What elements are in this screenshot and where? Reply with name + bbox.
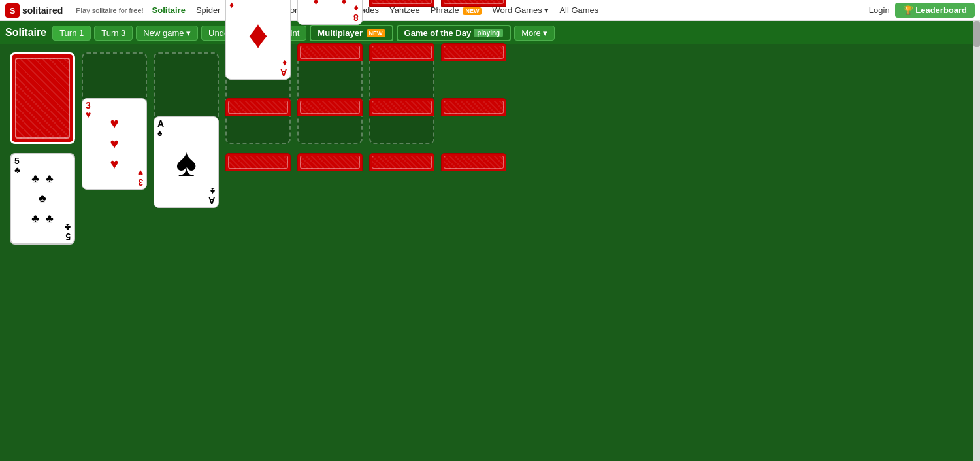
- card-back-5d: [369, 0, 434, 7]
- scrollbar[interactable]: [973, 21, 980, 461]
- multiplayer-button[interactable]: Multiplayer NEW: [310, 25, 393, 41]
- card-8-diamonds[interactable]: 8♦ 8♦ ♦ ♦ ♦ ♦ ♦ ♦ ♦ ♦: [297, 0, 363, 25]
- leaderboard-button[interactable]: 🏆 Leaderboard: [895, 3, 975, 18]
- logo[interactable]: S solitaired: [5, 3, 63, 18]
- nav-solitaire[interactable]: Solitaire: [148, 4, 190, 16]
- card-5-clubs[interactable]: 5♣ 5♣ ♣ ♣ ♣ ♣ ♣: [10, 153, 75, 245]
- nav-spider[interactable]: Spider: [191, 4, 225, 16]
- game-bar: Solitaire Turn 1 Turn 3 New game ▾ Undo …: [0, 21, 980, 44]
- card-pips: ♥ ♥ ♥: [82, 113, 146, 175]
- logo-icon: S: [5, 3, 20, 18]
- game-area: 5♣ 5♣ ♣ ♣ ♣ ♣ ♣ 3♥ 3♥ ♥ ♥ ♥: [0, 44, 980, 461]
- card-center: ♦: [248, 12, 269, 57]
- card-back-6b: [441, 98, 506, 116]
- card-rank-tl: A♠: [157, 119, 164, 137]
- logo-tagline: Play solitaire for free!: [76, 7, 143, 14]
- card-back-4a: [297, 153, 363, 171]
- stock-pile[interactable]: [10, 52, 75, 144]
- playing-badge: playing: [474, 29, 503, 37]
- phrazle-badge: NEW: [463, 7, 482, 15]
- card-rank-br: A♠: [208, 187, 215, 205]
- gotd-button[interactable]: Game of the Day playing: [397, 25, 512, 41]
- svg-text:S: S: [10, 6, 16, 16]
- tableau-col-1: 3♥ 3♥ ♥ ♥ ♥: [82, 153, 147, 190]
- card-back-5c: [369, 43, 434, 61]
- tableau-row: 5♣ 5♣ ♣ ♣ ♣ ♣ ♣ 3♥ 3♥ ♥ ♥ ♥: [10, 153, 970, 245]
- card-back-6d: [441, 0, 506, 7]
- more-button[interactable]: More ▾: [514, 26, 555, 41]
- turn1-button[interactable]: Turn 1: [52, 26, 91, 41]
- card-3-hearts[interactable]: 3♥ 3♥ ♥ ♥ ♥: [82, 98, 147, 190]
- card-center: ♠: [176, 140, 197, 185]
- card-back-3a: [225, 153, 291, 171]
- card-back-5a: [369, 153, 434, 171]
- card-back-6a: [441, 153, 506, 171]
- game-title: Solitaire: [5, 27, 46, 39]
- card-pips: ♣ ♣ ♣ ♣ ♣: [11, 169, 74, 229]
- logo-text: solitaired: [22, 5, 63, 16]
- card-ace-diamonds[interactable]: A♦ A♦ ♦: [225, 0, 291, 80]
- login-link[interactable]: Login: [869, 5, 890, 15]
- card-back-5b: [369, 98, 434, 116]
- tableau-col-2: A♠ A♠ ♠: [154, 153, 219, 208]
- card-back-4c: [297, 43, 363, 61]
- nav-right: Login 🏆 Leaderboard: [869, 3, 975, 18]
- new-game-button[interactable]: New game ▾: [136, 26, 198, 41]
- turn3-button[interactable]: Turn 3: [94, 26, 133, 41]
- scrollbar-thumb[interactable]: [973, 21, 980, 47]
- card-pips: ♦ ♦ ♦ ♦ ♦ ♦ ♦ ♦: [298, 0, 362, 10]
- tableau-col-0: 5♣ 5♣ ♣ ♣ ♣ ♣ ♣: [10, 153, 75, 245]
- card-ace-spades[interactable]: A♠ A♠ ♠: [154, 116, 219, 208]
- card-rank-tl: A♦: [229, 0, 236, 9]
- nav-all-games[interactable]: All Games: [555, 4, 603, 16]
- card-back-6c: [441, 43, 506, 61]
- card-back-3b: [225, 98, 291, 116]
- multiplayer-badge: NEW: [367, 29, 385, 37]
- card-rank-br: A♦: [280, 59, 287, 77]
- card-back-4b: [297, 98, 363, 116]
